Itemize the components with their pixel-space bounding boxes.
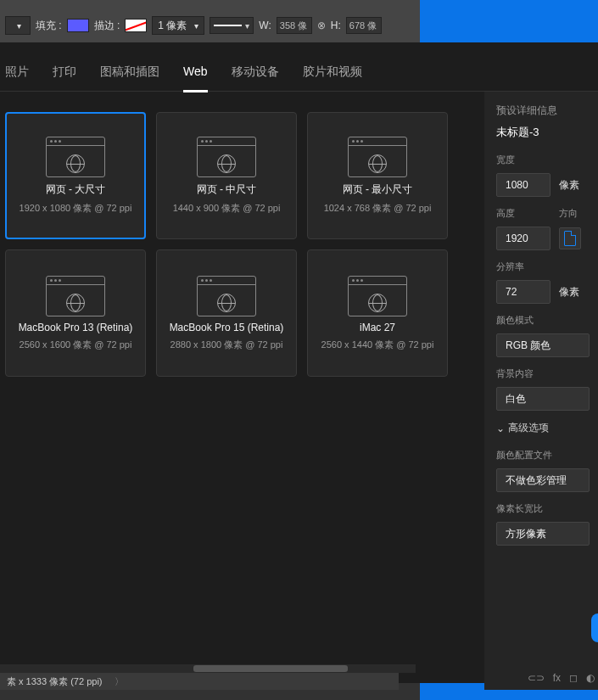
preset-card[interactable]: MacBook Pro 13 (Retina)2560 x 1600 像素 @ … — [5, 249, 146, 377]
preset-grid: 网页 - 大尺寸1920 x 1080 像素 @ 72 ppi网页 - 中尺寸1… — [0, 92, 484, 683]
height-input[interactable] — [346, 17, 382, 34]
color-profile-label: 颜色配置文件 — [496, 449, 598, 462]
tab-照片[interactable]: 照片 — [5, 61, 29, 92]
preset-thumbnail — [46, 137, 105, 177]
width-input[interactable] — [277, 17, 312, 34]
details-title: 预设详细信息 — [496, 104, 598, 118]
preset-detail: 1920 x 1080 像素 @ 72 ppi — [20, 202, 132, 215]
create-button[interactable] — [591, 613, 598, 642]
background-select[interactable]: 白色 — [496, 387, 590, 411]
preset-name: MacBook Pro 15 (Retina) — [170, 322, 284, 333]
preset-detail: 2880 x 1800 像素 @ 72 ppi — [170, 339, 283, 351]
preset-detail: 1024 x 768 像素 @ 72 ppi — [324, 202, 432, 215]
w-label: W: — [259, 20, 271, 31]
resolution-field[interactable] — [496, 280, 550, 304]
preset-thumbnail — [348, 276, 407, 316]
fill-swatch[interactable] — [67, 19, 89, 32]
color-mode-label: 颜色模式 — [496, 314, 598, 327]
width-unit[interactable]: 像素 — [559, 178, 579, 193]
preset-name: 网页 - 最小尺寸 — [343, 182, 413, 197]
globe-icon — [66, 154, 85, 173]
tab-打印[interactable]: 打印 — [53, 61, 76, 92]
background-label: 背景内容 — [496, 367, 598, 380]
tab-Web[interactable]: Web — [183, 61, 208, 92]
preset-name: iMac 27 — [360, 322, 395, 333]
height-label: 高度 — [496, 207, 550, 220]
preset-details-panel: 预设详细信息 未标题-3 宽度 像素 高度 方向 — [484, 92, 598, 683]
resolution-label: 分辨率 — [496, 260, 598, 273]
width-label: 宽度 — [496, 154, 598, 166]
menu-bar[interactable] — [0, 0, 420, 8]
orientation-portrait[interactable] — [559, 227, 581, 249]
globe-icon — [368, 294, 387, 312]
stroke-swatch[interactable] — [125, 19, 147, 32]
preset-thumbnail — [197, 276, 256, 316]
dialog-footer-icons: ⊂⊃ fx ◻ ◐ — [484, 666, 598, 690]
globe-icon — [217, 154, 236, 173]
preset-name: 网页 - 大尺寸 — [46, 182, 106, 197]
preset-thumbnail — [348, 137, 407, 177]
stroke-width-select[interactable]: 1 像素▾ — [152, 16, 204, 35]
globe-icon — [66, 294, 85, 312]
width-field[interactable] — [496, 173, 550, 197]
status-chevron-icon[interactable]: 〉 — [115, 675, 124, 688]
h-label: H: — [331, 20, 341, 31]
stroke-style-select[interactable]: ▾ — [210, 17, 254, 34]
stroke-label: 描边 : — [94, 19, 120, 33]
link-icon[interactable]: ⊂⊃ — [528, 672, 545, 684]
globe-icon — [217, 294, 236, 312]
height-field[interactable] — [496, 227, 550, 250]
options-bar: ▾ 填充 : 描边 : 1 像素▾ ▾ W: ⊗ H: — [0, 8, 420, 42]
preset-thumbnail — [46, 276, 105, 316]
preset-card[interactable]: 网页 - 最小尺寸1024 x 768 像素 @ 72 ppi — [307, 112, 448, 239]
preset-card[interactable]: 网页 - 大尺寸1920 x 1080 像素 @ 72 ppi — [5, 112, 146, 239]
preset-detail: 2560 x 1600 像素 @ 72 ppi — [20, 339, 132, 351]
tab-胶片和视频[interactable]: 胶片和视频 — [303, 61, 362, 92]
fill-label: 填充 : — [36, 19, 62, 33]
status-text: 素 x 1333 像素 (72 ppi) — [7, 675, 103, 688]
preset-detail: 2560 x 1440 像素 @ 72 ppi — [321, 339, 434, 351]
status-bar: 素 x 1333 像素 (72 ppi) 〉 — [0, 673, 399, 690]
preset-name: MacBook Pro 13 (Retina) — [19, 322, 133, 333]
shape-dropdown[interactable]: ▾ — [5, 16, 31, 35]
fx-icon[interactable]: fx — [553, 672, 561, 684]
preset-thumbnail — [197, 137, 256, 177]
pixel-ratio-label: 像素长宽比 — [496, 502, 598, 515]
link-dimensions-icon[interactable]: ⊗ — [317, 20, 326, 31]
advanced-toggle[interactable]: ⌄ 高级选项 — [496, 421, 598, 435]
tab-移动设备[interactable]: 移动设备 — [232, 61, 279, 92]
preset-name: 网页 - 中尺寸 — [197, 182, 257, 197]
new-document-dialog: 照片打印图稿和插图Web移动设备胶片和视频 网页 - 大尺寸1920 x 108… — [0, 42, 598, 683]
adjust-icon[interactable]: ◐ — [586, 672, 595, 684]
mask-icon[interactable]: ◻ — [569, 672, 578, 684]
resolution-unit[interactable]: 像素 — [559, 285, 579, 300]
color-profile-select[interactable]: 不做色彩管理 — [496, 468, 590, 492]
chevron-down-icon: ⌄ — [496, 423, 505, 434]
pixel-ratio-select[interactable]: 方形像素 — [496, 522, 590, 546]
tab-图稿和插图[interactable]: 图稿和插图 — [100, 61, 159, 92]
category-tabs: 照片打印图稿和插图Web移动设备胶片和视频 — [0, 42, 598, 92]
preset-card[interactable]: iMac 272560 x 1440 像素 @ 72 ppi — [307, 249, 448, 377]
orientation-label: 方向 — [559, 207, 598, 220]
color-mode-select[interactable]: RGB 颜色 — [496, 333, 590, 357]
globe-icon — [368, 154, 387, 173]
preset-card[interactable]: 网页 - 中尺寸1440 x 900 像素 @ 72 ppi — [156, 112, 297, 239]
h-scrollbar[interactable] — [0, 664, 416, 673]
document-name[interactable]: 未标题-3 — [496, 125, 598, 140]
preset-card[interactable]: MacBook Pro 15 (Retina)2880 x 1800 像素 @ … — [156, 249, 297, 377]
preset-detail: 1440 x 900 像素 @ 72 ppi — [173, 202, 281, 215]
